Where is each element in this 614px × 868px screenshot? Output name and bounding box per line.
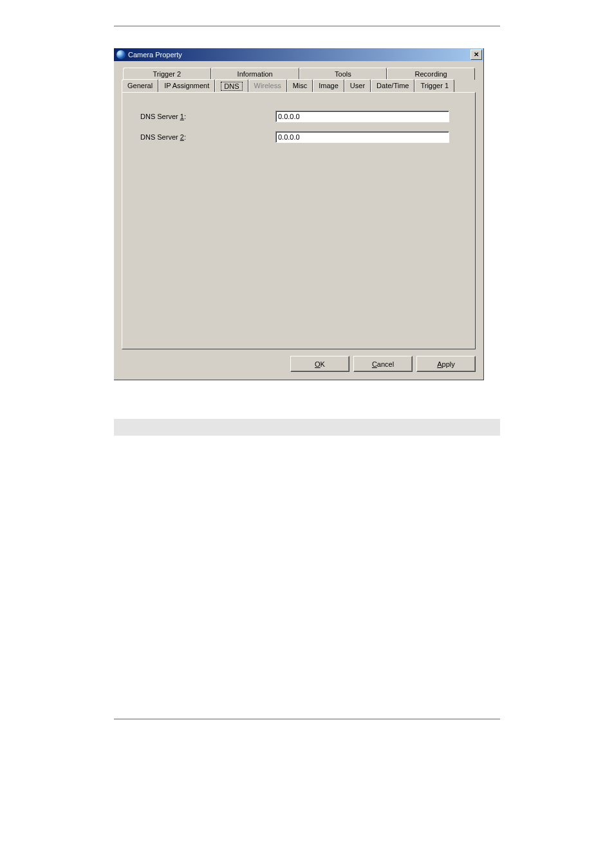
- tab-label: General: [127, 82, 153, 89]
- tab-label: DNS: [221, 82, 242, 91]
- tab-label: Tools: [335, 70, 351, 78]
- page-footer-rule: [114, 719, 500, 719]
- tab-label: Recording: [415, 70, 447, 78]
- dns-server-1-row: DNS Server 1:: [140, 111, 462, 122]
- page-header-rule: [114, 26, 500, 26]
- tab-label: Image: [319, 82, 339, 89]
- dialog-body: Trigger 2 Information Tools Recording: [114, 61, 483, 380]
- dns-server-1-label: DNS Server 1:: [140, 113, 275, 120]
- tab-image[interactable]: Image: [313, 79, 344, 93]
- tab-label: User: [350, 82, 365, 89]
- tab-label: Trigger 1: [420, 82, 449, 89]
- tab-information[interactable]: Information: [211, 68, 299, 80]
- tab-row-front: General IP Assignment DNS Wireless: [122, 79, 476, 93]
- tab-recording[interactable]: Recording: [387, 68, 475, 80]
- dns-server-1-input[interactable]: [275, 111, 449, 122]
- tab-control: Trigger 2 Information Tools Recording: [122, 68, 476, 349]
- blank-area: [0, 436, 614, 719]
- window-title: Camera Property: [128, 51, 470, 59]
- tab-trigger-2[interactable]: Trigger 2: [123, 68, 211, 80]
- titlebar: Camera Property ✕: [114, 48, 483, 61]
- gray-strip: [114, 419, 500, 436]
- tab-trigger-1[interactable]: Trigger 1: [414, 79, 454, 93]
- dns-server-2-label: DNS Server 2:: [140, 133, 275, 141]
- close-icon: ✕: [474, 51, 479, 58]
- dialog-button-bar: OK Cancel Apply: [122, 356, 476, 372]
- tab-label: Trigger 2: [153, 70, 181, 78]
- tab-label: IP Assignment: [164, 82, 209, 89]
- tab-label: Wireless: [254, 82, 281, 89]
- tab-general[interactable]: General: [122, 79, 158, 93]
- close-button[interactable]: ✕: [470, 50, 482, 60]
- tab-date-time[interactable]: Date/Time: [371, 79, 414, 93]
- tab-tools[interactable]: Tools: [299, 68, 387, 80]
- tab-panel-dns: DNS Server 1: DNS Server 2:: [122, 92, 476, 349]
- camera-property-dialog: Camera Property ✕ Trigger 2 Information: [114, 48, 484, 380]
- cancel-button[interactable]: Cancel: [353, 356, 413, 372]
- dns-server-2-input[interactable]: [275, 131, 449, 143]
- tab-label: Date/Time: [377, 82, 409, 89]
- apply-button[interactable]: Apply: [416, 356, 476, 372]
- tab-row-back: Trigger 2 Information Tools Recording: [122, 68, 476, 80]
- tab-label: Misc: [293, 82, 308, 89]
- tab-wireless: Wireless: [248, 79, 287, 93]
- ok-button[interactable]: OK: [290, 356, 349, 372]
- dns-server-2-row: DNS Server 2:: [140, 131, 462, 143]
- app-icon: [116, 50, 126, 59]
- tab-dns[interactable]: DNS: [215, 79, 248, 93]
- tab-label: Information: [237, 70, 273, 78]
- tab-user[interactable]: User: [344, 79, 371, 93]
- tab-misc[interactable]: Misc: [287, 79, 313, 93]
- tab-ip-assignment[interactable]: IP Assignment: [158, 79, 215, 93]
